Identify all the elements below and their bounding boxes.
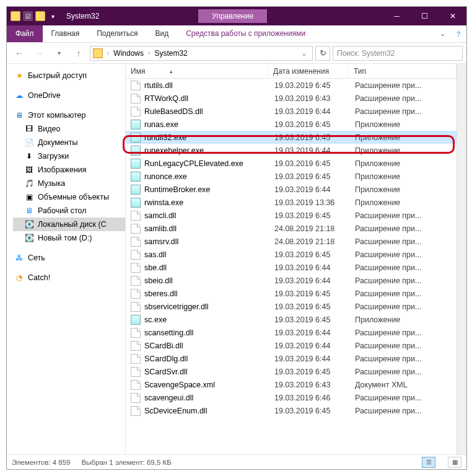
- file-date: 19.03.2019 6:44: [274, 107, 355, 116]
- tab-view[interactable]: Вид: [146, 25, 177, 42]
- file-icon: [131, 289, 141, 299]
- file-row[interactable]: ScavengeSpace.xml19.03.2019 6:43Документ…: [126, 378, 457, 391]
- file-name: scansetting.dll: [144, 328, 274, 337]
- refresh-button[interactable]: ↻: [315, 46, 330, 61]
- desktop-icon: 🖥: [24, 206, 34, 216]
- file-date: 19.03.2019 6:45: [274, 407, 355, 415]
- col-date[interactable]: Дата изменения: [268, 64, 349, 78]
- recent-dropdown-icon[interactable]: ▾: [50, 45, 68, 61]
- tab-home[interactable]: Главная: [43, 25, 89, 42]
- file-row[interactable]: RuntimeBroker.exe19.03.2019 6:44Приложен…: [126, 183, 457, 196]
- file-row[interactable]: RuleBasedDS.dll19.03.2019 6:44Расширение…: [126, 105, 457, 118]
- nav-music[interactable]: 🎵Музыка: [13, 177, 125, 190]
- nav-catch[interactable]: ◔Catch!: [13, 271, 125, 284]
- cube-icon: ▣: [24, 192, 34, 202]
- address-box[interactable]: › Windows › System32 ⌄: [90, 46, 313, 61]
- help-icon[interactable]: ?: [450, 25, 466, 42]
- nav-downloads[interactable]: ⬇Загрузки: [13, 149, 125, 163]
- file-name: samcli.dll: [144, 211, 274, 220]
- file-row[interactable]: runexehelper.exe19.03.2019 6:44Приложени…: [126, 144, 457, 157]
- file-row[interactable]: rwinsta.exe19.03.2019 13:36Приложение: [126, 196, 457, 209]
- file-row[interactable]: RTWorkQ.dll19.03.2019 6:43Расширение при…: [126, 92, 457, 105]
- file-list[interactable]: rtutils.dll19.03.2019 6:45Расширение при…: [126, 79, 457, 454]
- file-row[interactable]: samsrv.dll24.08.2019 21:18Расширение при…: [126, 235, 457, 248]
- chevron-right-icon[interactable]: ›: [105, 50, 111, 56]
- file-name: SCardBi.dll: [144, 342, 274, 350]
- file-type: Расширение при...: [355, 302, 457, 311]
- nav-documents[interactable]: 📄Документы: [13, 136, 125, 149]
- file-row[interactable]: sas.dll19.03.2019 6:45Расширение при...: [126, 248, 457, 261]
- file-row[interactable]: sbservicetrigger.dll19.03.2019 6:45Расши…: [126, 300, 457, 313]
- nav-quick-access[interactable]: ★Быстрый доступ: [13, 69, 125, 82]
- file-name: sbeio.dll: [144, 276, 274, 285]
- back-button[interactable]: ←: [11, 45, 28, 61]
- nav-drive-c[interactable]: 💽Локальный диск (C: [13, 218, 125, 231]
- nav-this-pc[interactable]: 🖥Этот компьютер: [13, 108, 125, 122]
- ribbon-expand-icon[interactable]: ⌄: [434, 25, 450, 42]
- file-row[interactable]: sbeio.dll19.03.2019 6:44Расширение при..…: [126, 274, 457, 287]
- maximize-button[interactable]: ☐: [411, 7, 439, 25]
- file-row[interactable]: SCardSvr.dll19.03.2019 6:45Расширение пр…: [126, 365, 457, 378]
- nav-drive-d[interactable]: 💽Новый том (D:): [13, 231, 125, 245]
- tab-share[interactable]: Поделиться: [88, 25, 146, 42]
- search-input[interactable]: Поиск: System32: [333, 46, 463, 61]
- video-icon: 🎞: [24, 124, 34, 134]
- file-row[interactable]: sberes.dll19.03.2019 6:45Расширение при.…: [126, 287, 457, 300]
- titlebar[interactable]: ☑ ▾ System32 Управление ─ ☐ ✕: [7, 7, 466, 25]
- document-icon: 📄: [24, 138, 34, 148]
- nav-pictures[interactable]: 🖼Изображения: [13, 163, 125, 177]
- properties-icon[interactable]: ☑: [23, 11, 33, 21]
- file-row[interactable]: sbe.dll19.03.2019 6:44Расширение при...: [126, 261, 457, 274]
- file-type: Расширение при...: [355, 342, 457, 350]
- file-row[interactable]: SCardDlg.dll19.03.2019 6:44Расширение пр…: [126, 352, 457, 365]
- up-button[interactable]: ↑: [70, 45, 87, 61]
- breadcrumb-seg[interactable]: Windows: [112, 49, 145, 58]
- file-row[interactable]: RunLegacyCPLElevated.exe19.03.2019 6:45П…: [126, 157, 457, 170]
- file-row[interactable]: samcli.dll19.03.2019 6:45Расширение при.…: [126, 209, 457, 222]
- file-row[interactable]: samlib.dll24.08.2019 21:18Расширение при…: [126, 222, 457, 235]
- column-headers[interactable]: Имя▴ Дата изменения Тип: [126, 64, 457, 79]
- folder-icon[interactable]: [11, 11, 20, 21]
- navigation-pane[interactable]: ★Быстрый доступ ☁OneDrive 🖥Этот компьюте…: [7, 64, 126, 454]
- file-row[interactable]: runonce.exe19.03.2019 6:45Приложение: [126, 170, 457, 183]
- nav-onedrive[interactable]: ☁OneDrive: [13, 89, 125, 102]
- file-row[interactable]: sc.exe19.03.2019 6:45Приложение: [126, 313, 457, 326]
- file-row[interactable]: rtutils.dll19.03.2019 6:45Расширение при…: [126, 79, 457, 92]
- file-date: 24.08.2019 21:18: [274, 224, 355, 233]
- minimize-button[interactable]: ─: [383, 7, 411, 25]
- col-type[interactable]: Тип: [349, 64, 457, 78]
- music-icon: 🎵: [24, 178, 34, 188]
- tab-apptools[interactable]: Средства работы с приложениями: [177, 25, 314, 42]
- new-folder-icon[interactable]: [35, 11, 45, 21]
- vertical-scrollbar[interactable]: [457, 64, 466, 454]
- file-row[interactable]: rundll32.exe19.03.2019 6:45Приложение: [126, 131, 457, 144]
- forward-button[interactable]: →: [30, 45, 48, 61]
- details-view-button[interactable]: ☰: [422, 457, 435, 468]
- file-tab[interactable]: Файл: [7, 25, 43, 42]
- search-placeholder: Поиск: System32: [337, 49, 395, 58]
- file-icon: [131, 224, 141, 234]
- nav-videos[interactable]: 🎞Видео: [13, 122, 125, 136]
- file-row[interactable]: scavengeui.dll19.03.2019 6:46Расширение …: [126, 391, 457, 404]
- nav-desktop[interactable]: 🖥Рабочий стол: [13, 204, 125, 218]
- col-name[interactable]: Имя▴: [126, 64, 268, 78]
- nav-3dobjects[interactable]: ▣Объемные объекты: [13, 190, 125, 204]
- exe-icon: [131, 172, 141, 182]
- breadcrumb-seg[interactable]: System32: [153, 49, 188, 58]
- icons-view-button[interactable]: ▦: [448, 457, 461, 468]
- file-type: Приложение: [355, 120, 457, 129]
- file-icon: [131, 250, 141, 260]
- file-row[interactable]: SCardBi.dll19.03.2019 6:44Расширение при…: [126, 339, 457, 352]
- file-row[interactable]: scansetting.dll19.03.2019 6:44Расширение…: [126, 326, 457, 339]
- file-type: Расширение при...: [355, 328, 457, 337]
- chevron-right-icon[interactable]: ›: [146, 50, 152, 56]
- qat-dropdown-icon[interactable]: ▾: [48, 11, 58, 21]
- file-row[interactable]: ScDeviceEnum.dll19.03.2019 6:45Расширени…: [126, 404, 457, 417]
- file-row[interactable]: runas.exe19.03.2019 6:45Приложение: [126, 118, 457, 131]
- address-dropdown-icon[interactable]: ⌄: [299, 49, 310, 58]
- file-type: Расширение при...: [355, 250, 457, 259]
- close-button[interactable]: ✕: [439, 7, 466, 25]
- nav-network[interactable]: 🖧Сеть: [13, 251, 125, 265]
- file-date: 19.03.2019 6:44: [274, 263, 355, 272]
- file-date: 19.03.2019 6:45: [274, 289, 355, 298]
